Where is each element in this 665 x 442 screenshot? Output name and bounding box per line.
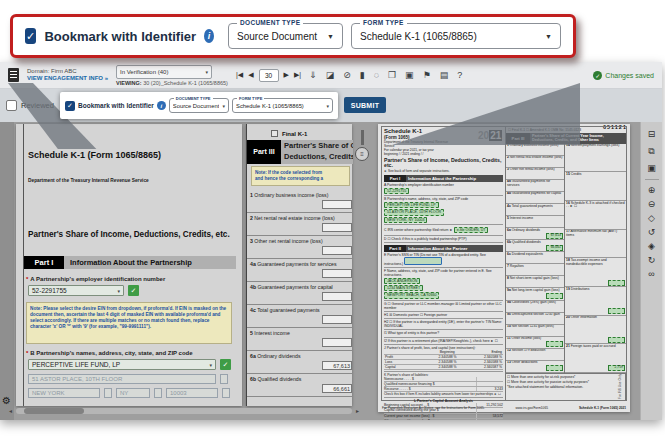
horizontal-scrollbar[interactable]: ◂ ▸ (16, 408, 352, 414)
preview-left-column: Schedule K-1 (Form 1065) 2021 Department… (382, 127, 506, 400)
amount-input[interactable]: 67,613 (322, 361, 352, 370)
state-box[interactable] (154, 388, 162, 398)
part1-header: Part I Information About the Partnership (24, 256, 236, 269)
name-confirm-button[interactable]: ✓ (220, 359, 231, 370)
toolbar-icon[interactable]: ⚑ (423, 70, 431, 80)
part3-note: Note: If the code selected from and henc… (251, 166, 350, 186)
preview-footer: For Paperwork Reduction Act Notice, see … (382, 406, 626, 410)
info-icon[interactable]: i (157, 101, 166, 110)
irs-use-only: For IRS Use Only (614, 374, 626, 400)
part3-box: 12 Section 179 deduction (506, 349, 564, 361)
scroll-right-arrow[interactable]: ▸ (356, 407, 359, 414)
ein-select[interactable]: 52-2291755 ▾ (28, 285, 124, 296)
toolbar-icon[interactable]: ? (457, 70, 462, 80)
part3-row: 4a Guaranteed payments for services (247, 259, 353, 282)
splitter-bar[interactable] (361, 130, 364, 145)
document-type-select[interactable]: DOCUMENT TYPE Source Document ▾ (169, 98, 229, 113)
final-k1-row[interactable]: Final K-1 (271, 130, 307, 137)
field-a-label: *A Partnership's employer identification… (26, 276, 165, 282)
last-page-button[interactable]: ▶| (294, 71, 301, 79)
sidebar-icon[interactable]: ∞ (648, 270, 654, 279)
sidebar-icon[interactable]: ◇ (648, 214, 655, 223)
preview-part1-header: Part IInformation About the Partnership (384, 175, 503, 182)
amount-input[interactable] (322, 246, 352, 255)
scroll-left-arrow[interactable]: ◂ (9, 407, 12, 414)
preview-part2-header: Part IIInformation About the Partner (384, 245, 503, 252)
sidebar-icon[interactable]: ◈ (648, 242, 655, 251)
sidebar-icon[interactable]: ⊖ (648, 200, 656, 209)
toolbar-icon[interactable]: ▤ (440, 70, 449, 80)
part3-row: 6b Qualified dividends 66,661 (247, 374, 353, 397)
toolbar-icon[interactable]: ▮ (360, 70, 365, 80)
bookmark-checkbox[interactable]: ✓ (65, 101, 75, 111)
info-icon[interactable]: i (204, 29, 214, 43)
ssn-highlight (404, 257, 442, 265)
page-preview[interactable]: 651121 Schedule K-1 (Form 1065) 2021 Dep… (378, 124, 630, 412)
ein-confirm-button[interactable]: ✓ (128, 285, 139, 296)
view-engagement-link[interactable]: VIEW ENGAGEMENT INFO » (27, 75, 108, 82)
toolbar-icon[interactable]: ⊘ (343, 70, 351, 80)
part3-box: 4a Guaranteed payments for services (506, 180, 564, 192)
zip-box[interactable] (222, 388, 230, 398)
first-page-button[interactable]: |◀ (236, 71, 243, 79)
sidebar-icon[interactable]: ▣ (647, 164, 656, 173)
pan-control[interactable]: ≡ (355, 130, 369, 161)
toolbar-icon[interactable]: ◪ (326, 70, 335, 80)
partnership-name-select[interactable]: PERCEPTIVE LIFE FUND, LP ▾ (28, 359, 216, 370)
toolbar-icon[interactable]: ⇓ (309, 70, 317, 80)
bookmark-panel: ✓ Bookmark with Identifier i DOCUMENT TY… (60, 92, 338, 119)
city-box[interactable] (104, 388, 112, 398)
sidebar-icon[interactable]: ↻ (648, 256, 656, 265)
bookmark-checkbox-large[interactable]: ✓ (25, 28, 36, 44)
state-select[interactable]: NY (116, 388, 150, 398)
status-dropdown[interactable]: In Verification (40) ▾ (116, 65, 212, 79)
part3-box: 9b Collectibles (28%) gain (loss) (506, 301, 564, 313)
toolbar-icon[interactable]: ❐ (388, 70, 396, 80)
submit-button[interactable]: SUBMIT (344, 97, 386, 113)
main-toolbar: Domain: Firm ABC VIEW ENGAGEMENT INFO » … (0, 62, 662, 89)
part3-header: Part III Partner's Share of Current Year… (247, 140, 353, 164)
check-circle-icon: ✓ (593, 71, 602, 80)
document-type-select-large[interactable]: DOCUMENT TYPE Source Document ▼ (228, 23, 343, 49)
ratio-row: Capital2.340588 %2.340587 % (384, 364, 503, 369)
final-k1-checkbox[interactable] (271, 130, 278, 137)
sidebar-icon[interactable]: ⧉ (648, 147, 654, 156)
address-input[interactable]: 51 ASTOR PLACE, 10TH FLOOR (28, 374, 216, 384)
pan-handle-icon[interactable]: ≡ (355, 147, 369, 161)
amount-input[interactable] (322, 315, 352, 324)
toolbar-icon[interactable]: ▣ (405, 70, 414, 80)
city-input[interactable]: NEW YORK (28, 388, 100, 398)
gear-icon[interactable]: ⚙ (2, 395, 11, 406)
zip-input[interactable]: 10003 (166, 388, 218, 398)
sidebar-icon[interactable]: ⊕ (648, 186, 656, 195)
next-page-button[interactable]: ▶ (284, 71, 289, 79)
part3-box: 6c Dividend equivalents (506, 252, 564, 264)
toolbar-icon[interactable]: ◌ (374, 70, 379, 80)
address-lookup-box[interactable] (220, 374, 228, 384)
bookmark-callout: ✓ Bookmark with Identifier i DOCUMENT TY… (10, 14, 576, 58)
form-type-select[interactable]: FORM TYPE Schedule K-1 (1065/8865) ▾ (232, 98, 333, 113)
form-type-select-large[interactable]: FORM TYPE Schedule K-1 (1065/8865) ▼ (351, 23, 561, 49)
sidebar-icon[interactable]: ↺ (648, 228, 656, 237)
amount-input[interactable] (322, 223, 352, 232)
highlight-value: 52-2291755 (384, 188, 409, 194)
part3-box: 17 Alternative minimum tax (AMT) items (565, 230, 626, 259)
amount-input[interactable] (322, 338, 352, 347)
callout-beam-right (392, 83, 580, 145)
toolbar-icons: ⇓◪⊘▮◌❐▣⚑▤? (309, 70, 462, 80)
amount-input[interactable]: 66,661 (322, 384, 352, 393)
reviewed-checkbox[interactable] (6, 100, 17, 111)
part3-box: 13 Other deductions (506, 361, 564, 373)
amount-input[interactable] (322, 292, 352, 301)
page-number-input[interactable]: 30 (259, 69, 279, 82)
amount-input[interactable] (322, 200, 352, 209)
part3-box: 4b Guaranteed payments for capital (506, 192, 564, 204)
part3-row: 1 Ordinary business income (loss) (247, 190, 353, 213)
scrollbar-thumb[interactable] (24, 408, 84, 414)
form-title: Schedule K-1 (Form 1065/8865) (28, 150, 188, 160)
prev-page-button[interactable]: ◀ (248, 71, 253, 79)
chevron-down-icon: ▾ (117, 288, 120, 294)
field-b-label: *B Partnership's names, address, city, s… (26, 350, 193, 356)
sidebar-icon[interactable]: ⊟ (648, 130, 656, 139)
amount-input[interactable] (322, 269, 352, 278)
